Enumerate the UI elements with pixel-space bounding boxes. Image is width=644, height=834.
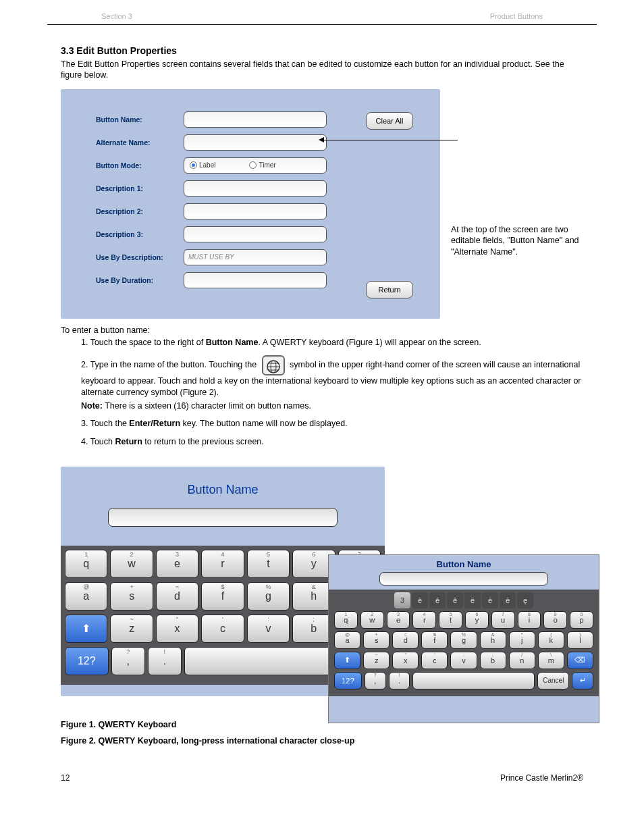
key-.[interactable]: !. xyxy=(389,672,410,689)
key-q[interactable]: 1q xyxy=(65,550,107,578)
key-v[interactable]: :v xyxy=(450,652,477,669)
key-r[interactable]: 4r xyxy=(412,611,436,629)
input-usebydur[interactable] xyxy=(184,272,327,288)
key-i[interactable]: 8i xyxy=(518,611,541,629)
accent-key-ę[interactable]: ę xyxy=(517,592,533,608)
step-intro: To enter a button name: xyxy=(61,325,583,335)
input-alternate-name[interactable] xyxy=(184,134,327,151)
accent-key-ë[interactable]: ë xyxy=(464,592,481,608)
section-intro: The Edit Button Properties screen contai… xyxy=(61,59,583,81)
key-z[interactable]: ~z xyxy=(110,615,153,643)
key-z[interactable]: ~z xyxy=(363,652,390,669)
key-k[interactable]: (k xyxy=(538,631,564,649)
key-m[interactable]: \m xyxy=(538,652,564,669)
key-j[interactable]: *j xyxy=(509,631,535,649)
key-c[interactable]: 'c xyxy=(201,615,244,643)
key-f[interactable]: $f xyxy=(421,631,448,649)
key-w[interactable]: 2w xyxy=(110,550,153,578)
section-title: 3.3 Edit Button Properties xyxy=(61,45,644,56)
key-space[interactable] xyxy=(412,672,535,689)
label-desc2: Description 2: xyxy=(96,207,184,215)
key-e[interactable]: 3e xyxy=(387,611,410,629)
footer-page-num: 12 xyxy=(61,773,70,783)
input-button-name[interactable] xyxy=(184,111,327,128)
radio-label-option[interactable]: Label xyxy=(190,161,215,170)
key-b[interactable]: ;b xyxy=(480,652,506,669)
key-h[interactable]: &h xyxy=(480,631,506,649)
kb2-input[interactable] xyxy=(379,572,548,585)
accent-key-è[interactable]: è xyxy=(412,592,428,608)
key-a[interactable]: @a xyxy=(65,582,107,610)
header-section: Section 3 xyxy=(101,12,132,20)
accent-key-ê[interactable]: ê xyxy=(447,592,463,608)
input-desc1[interactable] xyxy=(184,180,327,197)
accent-key-3[interactable]: 3 xyxy=(394,592,410,608)
keyboard-intl: Button Name 3èéêëēėę 1q2w3e4r5t6y7u8i9o0… xyxy=(328,554,599,723)
page-footer: 12 Prince Castle Merlin2® xyxy=(61,773,583,783)
key-q[interactable]: 1q xyxy=(334,611,358,629)
key-n[interactable]: /n xyxy=(509,652,535,669)
key-,[interactable]: ?, xyxy=(111,647,145,675)
key-t[interactable]: 5t xyxy=(439,611,462,629)
key-.[interactable]: !. xyxy=(148,647,182,675)
figure1-caption: Figure 1. QWERTY Keyboard xyxy=(61,720,176,729)
keyboard-figures: Button Name 1q2w3e4r5t6y7u @a+s=d$f%g&h*… xyxy=(61,467,601,716)
key-x[interactable]: "x xyxy=(156,615,198,643)
key-e[interactable]: 3e xyxy=(156,550,198,578)
key-p[interactable]: 0p xyxy=(570,611,593,629)
key-g[interactable]: %g xyxy=(247,582,290,610)
key-,[interactable]: ?, xyxy=(365,672,386,689)
label-desc3: Description 3: xyxy=(96,230,184,238)
label-usebydur: Use By Duration: xyxy=(96,276,184,284)
return-button[interactable]: Return xyxy=(366,281,413,298)
key-u[interactable]: 7u xyxy=(491,611,515,629)
step-3: 3. Touch the Enter/Return key. The butto… xyxy=(81,419,644,428)
radio-icon xyxy=(190,161,197,169)
key-l[interactable]: )l xyxy=(567,631,593,649)
key-d[interactable]: =d xyxy=(392,631,419,649)
input-desc2[interactable] xyxy=(184,203,327,219)
callout-arrow-head xyxy=(319,137,324,142)
key-s[interactable]: +s xyxy=(363,631,390,649)
kb1-title: Button Name xyxy=(61,467,385,497)
key-x[interactable]: "x xyxy=(392,652,419,669)
callout-text: At the top of the screen are two editabl… xyxy=(451,224,594,259)
edit-button-panel: Button Name: Alternate Name: Button Mode… xyxy=(61,89,440,319)
key-s[interactable]: +s xyxy=(110,582,153,610)
key-⌫[interactable]: ⌫ xyxy=(567,652,593,669)
key-f[interactable]: $f xyxy=(201,582,244,610)
key-⬆[interactable]: ⬆ xyxy=(65,615,107,643)
key-a[interactable]: @a xyxy=(334,631,360,649)
input-usebydesc[interactable] xyxy=(184,249,327,265)
label-usebydesc: Use By Description: xyxy=(96,253,184,261)
key-y[interactable]: 6y xyxy=(465,611,489,629)
key-⬆[interactable]: ⬆ xyxy=(334,652,360,669)
key-↵[interactable]: ↵ xyxy=(572,672,593,689)
key-12?[interactable]: 12? xyxy=(65,647,109,675)
accent-key-é[interactable]: é xyxy=(429,592,446,608)
key-c[interactable]: 'c xyxy=(421,652,448,669)
accent-key-ē[interactable]: ē xyxy=(482,592,498,608)
radio-icon xyxy=(249,161,257,169)
key-v[interactable]: :v xyxy=(247,615,290,643)
radio-timer-option[interactable]: Timer xyxy=(249,161,275,170)
key-g[interactable]: %g xyxy=(450,631,477,649)
key-Cancel[interactable]: Cancel xyxy=(537,672,569,689)
label-alternate-name: Alternate Name: xyxy=(96,138,184,147)
input-desc3[interactable] xyxy=(184,226,327,242)
kb2-title: Button Name xyxy=(329,555,599,569)
key-w[interactable]: 2w xyxy=(360,611,384,629)
clear-all-button[interactable]: Clear All xyxy=(366,112,413,130)
footer-product: Prince Castle Merlin2® xyxy=(500,773,583,783)
key-d[interactable]: =d xyxy=(156,582,198,610)
key-12?[interactable]: 12? xyxy=(334,672,362,689)
header-title: Product Buttons xyxy=(490,12,543,20)
accent-key-ė[interactable]: ė xyxy=(500,592,516,608)
key-o[interactable]: 9o xyxy=(543,611,567,629)
page-header: Section 3 Product Buttons xyxy=(47,0,597,25)
label-button-name: Button Name: xyxy=(96,115,184,124)
kb1-input[interactable] xyxy=(108,508,338,527)
key-t[interactable]: 5t xyxy=(247,550,290,578)
key-r[interactable]: 4r xyxy=(201,550,244,578)
step-note: Note: There is a sixteen (16) character … xyxy=(81,401,644,411)
